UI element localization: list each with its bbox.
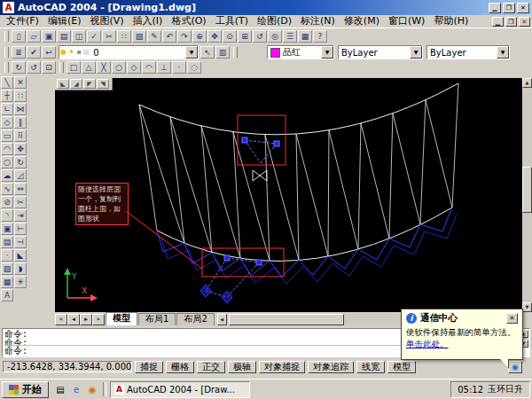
ortho-toggle[interactable]: 正交 [197, 361, 225, 373]
polar-toggle[interactable]: 极轴 [228, 361, 256, 373]
regen-icon[interactable]: ↺ [27, 61, 41, 74]
zoom-previous-icon[interactable]: ↺ [253, 30, 267, 43]
lineweight-combo[interactable]: ByLayer ▼ [426, 45, 510, 59]
model-toggle[interactable]: 模型 [387, 361, 416, 373]
show-desktop-icon[interactable]: ▤ [53, 383, 67, 396]
snap-endpoint-icon[interactable]: □ [66, 61, 81, 74]
menu-edit[interactable]: 编辑(E) [43, 15, 86, 27]
break-icon[interactable]: ⊣ [14, 236, 27, 248]
snap-node-icon[interactable]: · [172, 61, 186, 74]
menu-help[interactable]: 帮助(H) [429, 15, 473, 27]
otrack-toggle[interactable]: 对象追踪 [308, 361, 354, 373]
ellipse-icon[interactable]: ⊘ [1, 196, 13, 208]
scale-icon[interactable]: ◿ [14, 169, 27, 182]
mtext-icon[interactable]: A [1, 289, 13, 301]
arc-icon[interactable]: ◠ [1, 143, 13, 155]
make-object-layer-current-icon[interactable]: ↖ [200, 46, 215, 59]
zoom-window-icon[interactable]: ⊞ [238, 30, 252, 43]
taskbar-task-button[interactable]: A AutoCAD 2004 - [Draw... [110, 381, 250, 398]
tab-scroll-last[interactable]: » [92, 314, 105, 325]
save-icon[interactable]: ▣ [42, 30, 56, 43]
lineweight-combo-arrow[interactable]: ▼ [497, 46, 509, 59]
mdi-restore-button[interactable]: ❐ [505, 17, 517, 27]
ellipse-arc-icon[interactable]: ◝ [1, 209, 13, 222]
designcenter-icon[interactable]: ▦ [298, 30, 312, 43]
stretch-icon[interactable]: ⇔ [14, 183, 27, 195]
linetype-combo[interactable]: ByLayer ▼ [338, 45, 423, 59]
communication-center-icon[interactable]: ◉ [508, 361, 522, 373]
paste-icon[interactable]: ▨ [132, 30, 146, 43]
vscroll-up-button[interactable]: ▲ [522, 78, 532, 88]
array-icon[interactable]: ⠿ [14, 129, 27, 142]
tab-layout2[interactable]: 布局2 [176, 313, 214, 325]
snap-intersection-icon[interactable]: ╳ [97, 61, 111, 74]
extend-icon[interactable]: ⇥ [14, 209, 27, 222]
polyline-icon[interactable]: ∟ [1, 103, 13, 115]
plot-preview-icon[interactable]: ◫ [72, 30, 86, 43]
pan-icon[interactable]: ✥ [207, 30, 222, 43]
region-icon[interactable]: ▦ [1, 276, 13, 288]
layer-combo[interactable]: ●☀▪■ 0 ▼ [59, 45, 199, 59]
match-properties-icon[interactable]: ✎ [147, 30, 161, 43]
menu-insert[interactable]: 插入(I) [129, 15, 168, 27]
mirror-icon[interactable]: ⋈ [14, 103, 27, 115]
mdi-minimize-button[interactable]: ▁ [492, 17, 504, 27]
hatch-icon[interactable]: ▨ [1, 262, 13, 275]
snap-perpendicular-icon[interactable]: ⊥ [157, 61, 171, 74]
menu-modify[interactable]: 修改(M) [340, 15, 384, 27]
balloon-link[interactable]: 单击此处。 [406, 339, 449, 350]
tab-layout1[interactable]: 布局1 [138, 313, 176, 325]
hscroll-left-button[interactable]: ◀ [217, 314, 227, 325]
layer-combo-arrow[interactable]: ▼ [185, 46, 198, 59]
break-at-point-icon[interactable]: ⊢ [14, 223, 27, 235]
toolbar-grip-5[interactable] [59, 62, 64, 73]
layer-properties-icon[interactable]: ≣ [12, 46, 26, 59]
snap-nearest-icon[interactable]: ◌ [187, 61, 201, 74]
menu-draw[interactable]: 绘图(D) [253, 15, 296, 27]
close-button[interactable]: ✕ [517, 3, 529, 13]
media-player-icon[interactable]: ◉ [85, 383, 99, 396]
color-combo-arrow[interactable]: ▼ [321, 46, 333, 59]
minimize-button[interactable]: ▁ [489, 3, 501, 13]
revision-cloud-icon[interactable]: ☁ [1, 169, 13, 182]
menu-file[interactable]: 文件(F) [2, 15, 43, 27]
copy-object-icon[interactable]: ∷ [14, 90, 27, 102]
chamfer-icon[interactable]: ◣ [14, 249, 27, 262]
undo-icon[interactable]: ↶ [162, 30, 176, 43]
make-layer-current-icon[interactable]: ✔ [27, 46, 41, 59]
construction-line-icon[interactable]: ┼ [1, 90, 13, 102]
circle-icon[interactable]: ○ [1, 156, 13, 168]
toolbar-grip-1[interactable] [4, 31, 9, 42]
linetype-combo-arrow[interactable]: ▼ [410, 46, 422, 59]
tab-scroll-next[interactable]: ▸ [80, 314, 92, 325]
snap-quadrant-icon[interactable]: ◇ [127, 61, 141, 74]
move-icon[interactable]: ✥ [14, 143, 27, 155]
redo-icon[interactable]: ↷ [177, 30, 192, 43]
make-block-icon[interactable]: ▤ [1, 236, 13, 248]
menu-window[interactable]: 窗口(W) [384, 15, 429, 27]
point-icon[interactable]: · [1, 249, 13, 262]
polygon-icon[interactable]: ◇ [1, 116, 13, 129]
snap-tangent-icon[interactable]: ◠ [142, 61, 156, 74]
menu-format[interactable]: 格式(O) [167, 15, 210, 27]
hscroll-thumb[interactable] [229, 314, 344, 325]
line-icon[interactable]: ╲ [1, 76, 13, 89]
shade-hidden-icon[interactable]: ◤ [83, 79, 96, 89]
insert-block-icon[interactable]: ▣ [1, 223, 13, 235]
grid-toggle[interactable]: 栅格 [166, 361, 194, 373]
spelling-icon[interactable]: ✓ [87, 30, 101, 43]
restore-button[interactable]: ❐ [503, 3, 515, 13]
shade-flat-icon[interactable]: ◣ [57, 79, 69, 89]
plot-icon[interactable]: ▤ [57, 30, 71, 43]
start-button[interactable]: 开始 [2, 381, 49, 398]
trim-icon[interactable]: ✂ [14, 196, 27, 208]
spline-icon[interactable]: ∿ [1, 183, 13, 195]
canvas-vscrollbar[interactable]: ▲ ▼ [522, 78, 532, 312]
drawing-canvas[interactable]: Y X ◣◢◤◥ 随便选择层面一个，复制到圆柱上面，如图形状 [55, 78, 522, 312]
toolbar-grip-3[interactable] [233, 47, 238, 58]
balloon-close-button[interactable]: ✕ [506, 313, 518, 324]
rotate-icon[interactable]: ↻ [14, 156, 27, 168]
rectangle-icon[interactable]: ▭ [1, 129, 13, 142]
color-combo[interactable]: 品红 ▼ [267, 45, 334, 59]
snap-center-icon[interactable]: ○ [112, 61, 126, 74]
